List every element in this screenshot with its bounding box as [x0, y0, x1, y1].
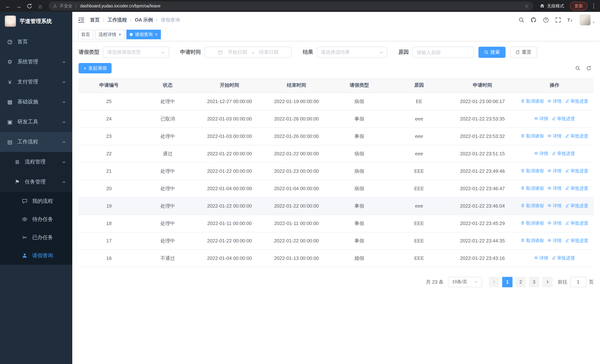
detail-action-link[interactable]: 详情	[548, 238, 562, 244]
tab-1[interactable]: 流程详情×	[95, 30, 124, 39]
detail-action-link[interactable]: 详情	[548, 168, 562, 174]
cell-reason: eee	[389, 197, 449, 215]
font-size-icon[interactable]: TT	[567, 17, 573, 23]
detail-action-link[interactable]: 详情	[548, 203, 562, 209]
sidebar-item-system-management[interactable]: ⚙系统管理	[0, 52, 72, 72]
cancel-action-link[interactable]: 取消请假	[521, 98, 544, 104]
sidebar-item-home[interactable]: 首页	[0, 32, 72, 52]
detail-action-link[interactable]: 详情	[534, 116, 548, 122]
address-bar[interactable]: ⚠ 不安全 dashboard.yudao.iocoder.cn/bpm/oa/…	[48, 1, 533, 10]
cell-end: 2022-01-23 00:00:00	[263, 162, 330, 180]
view-icon	[548, 134, 552, 139]
detail-action-link[interactable]: 详情	[548, 133, 562, 139]
detail-action-link[interactable]: 详情	[548, 220, 562, 226]
page-button-3[interactable]: 3	[529, 277, 539, 287]
progress-action-link[interactable]: 审批进度	[565, 168, 588, 174]
reload-button[interactable]	[24, 1, 35, 11]
result-select[interactable]: 请选择流结果	[317, 47, 387, 58]
table-row: 22通过2022-01-22 00:00:002022-01-22 00:00:…	[79, 145, 594, 162]
breadcrumb-item[interactable]: OA 示例	[135, 17, 153, 23]
next-page-button[interactable]	[542, 277, 553, 287]
cell-status: 处理中	[139, 162, 196, 180]
reset-button[interactable]: 重置	[510, 47, 537, 58]
browser-menu-icon[interactable]: ⋮	[590, 3, 597, 9]
sidebar-toggle-button[interactable]	[78, 17, 84, 23]
cell-apply_time: 2022-01-22 23:46:47	[450, 180, 516, 197]
cell-reason: eee	[389, 128, 449, 145]
action-label: 详情	[553, 220, 562, 226]
bookmark-star-icon[interactable]: ☆	[525, 3, 529, 9]
progress-action-link[interactable]: 审批进度	[565, 185, 588, 192]
page-button-2[interactable]: 2	[516, 277, 526, 287]
hide-search-icon[interactable]	[575, 65, 580, 71]
detail-action-link[interactable]: 详情	[534, 150, 548, 157]
cancel-action-link[interactable]: 取消请假	[521, 168, 544, 174]
cancel-action-link[interactable]: 取消请假	[521, 185, 544, 192]
sidebar-item-dev-tools[interactable]: ▣研发工具	[0, 112, 72, 132]
action-label: 详情	[553, 168, 562, 174]
page-size-select[interactable]: 10条/页	[448, 277, 482, 287]
action-label: 取消请假	[526, 185, 544, 192]
close-tab-icon[interactable]: ×	[155, 32, 158, 37]
progress-action-link[interactable]: 审批进度	[565, 133, 588, 139]
security-label[interactable]: 不安全	[60, 3, 73, 9]
progress-action-link[interactable]: 审批进度	[552, 116, 575, 122]
reason-label: 原因	[398, 49, 409, 56]
sidebar-item-infrastructure[interactable]: ▦基础设施	[0, 92, 72, 112]
fullscreen-icon[interactable]	[555, 17, 561, 23]
create-leave-button[interactable]: + 发起请假	[79, 63, 112, 73]
prev-page-button[interactable]	[489, 277, 499, 287]
cell-end: 2022-01-13 00:00:00	[263, 250, 330, 267]
progress-action-link[interactable]: 审批进度	[565, 238, 588, 244]
breadcrumb-item[interactable]: 工作流程	[108, 17, 127, 23]
sidebar-item-done-tasks[interactable]: ✂已办任务	[0, 228, 72, 246]
search-button[interactable]: 搜索	[478, 47, 506, 58]
breadcrumb-item[interactable]: 首页	[90, 17, 100, 23]
action-label: 审批进度	[571, 185, 588, 192]
leave-type-select[interactable]: 请选择请假类型	[103, 47, 169, 58]
cancel-action-link[interactable]: 取消请假	[521, 238, 544, 244]
cell-type: 事假	[330, 110, 389, 128]
cell-status: 处理中	[139, 215, 196, 232]
user-menu[interactable]: ▾	[580, 14, 594, 26]
progress-action-link[interactable]: 审批进度	[565, 203, 588, 209]
sidebar-item-process-management[interactable]: ≣流程管理	[0, 152, 72, 172]
browser-home-button[interactable]: ⌂	[35, 1, 45, 11]
cell-id: 22	[79, 145, 139, 162]
goto-page-input[interactable]	[570, 277, 586, 287]
detail-action-link[interactable]: 详情	[534, 255, 548, 261]
sidebar-item-task-management[interactable]: ⚑任务管理	[0, 172, 72, 192]
progress-action-link[interactable]: 审批进度	[552, 150, 575, 157]
apply-time-range-picker[interactable]: 开始日期 - 结束日期	[205, 47, 292, 58]
cancel-action-link[interactable]: 取消请假	[521, 220, 544, 226]
tab-0[interactable]: 首页	[78, 30, 94, 39]
page-button-1[interactable]: 1	[502, 277, 513, 287]
sidebar-item-workflow[interactable]: ▤工作流程	[0, 132, 72, 152]
update-button[interactable]: 更新	[570, 2, 587, 10]
reason-input[interactable]	[412, 47, 474, 58]
url-text[interactable]: dashboard.yudao.iocoder.cn/bpm/oa/leave	[80, 4, 161, 8]
help-icon[interactable]	[543, 17, 549, 23]
progress-action-link[interactable]: 审批进度	[565, 98, 588, 104]
tab-2[interactable]: 请假查询×	[126, 30, 161, 39]
close-tab-icon[interactable]: ×	[119, 32, 121, 37]
back-button[interactable]: ←	[3, 1, 13, 11]
forward-button[interactable]: →	[14, 1, 24, 11]
sidebar-item-payment-management[interactable]: ¥支付管理	[0, 72, 72, 92]
search-icon[interactable]	[518, 17, 525, 23]
cancel-action-link[interactable]: 取消请假	[521, 203, 544, 209]
sidebar-item-my-process[interactable]: 我的流程	[0, 192, 72, 210]
detail-action-link[interactable]: 详情	[548, 98, 562, 104]
sidebar-item-todo-tasks[interactable]: 待办任务	[0, 210, 72, 228]
cell-id: 17	[79, 232, 139, 250]
progress-action-link[interactable]: 审批进度	[565, 220, 588, 226]
chevron-down-icon	[62, 80, 66, 84]
detail-action-link[interactable]: 详情	[548, 185, 562, 192]
progress-action-link[interactable]: 审批进度	[552, 255, 575, 261]
cancel-action-link[interactable]: 取消请假	[521, 133, 544, 139]
result-placeholder: 请选择流结果	[321, 49, 350, 56]
github-icon[interactable]	[531, 17, 537, 23]
sidebar-item-leave-query[interactable]: 请假查询	[0, 246, 72, 265]
logo[interactable]: 芋道管理系统	[0, 12, 72, 30]
refresh-icon[interactable]	[586, 65, 591, 71]
